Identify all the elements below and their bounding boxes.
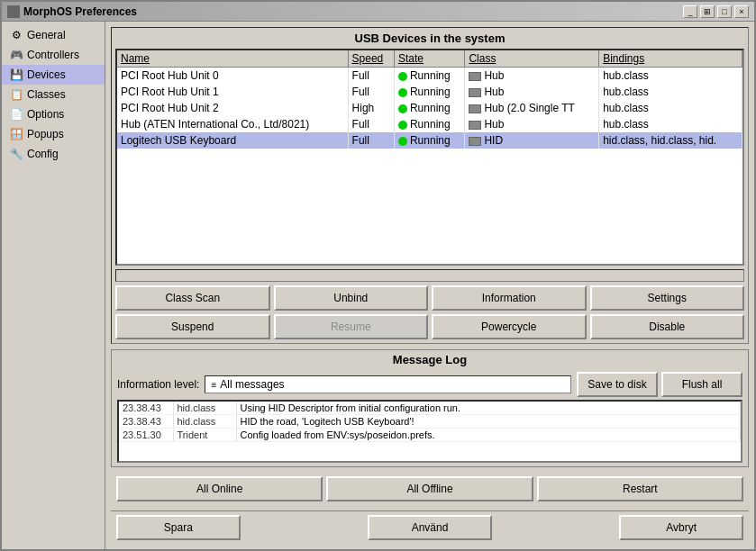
table-header-row: Name Speed State Class Bindings [117,50,742,68]
resume-button[interactable]: Resume [274,314,429,339]
table-row[interactable]: Logitech USB Keyboard Full Running HID h… [117,132,742,149]
main-content: ⚙ General 🎮 Controllers 💾 Devices 📋 Clas… [2,22,754,549]
cell-speed: High [348,100,394,116]
sidebar-item-classes[interactable]: 📋 Classes [2,85,105,104]
status-dot [398,72,407,81]
class-icon [469,121,481,130]
information-button[interactable]: Information [432,285,587,311]
action-bar: Spara Använd Avbryt [111,510,749,544]
close-button[interactable]: × [734,5,749,18]
sidebar-item-controllers[interactable]: 🎮 Controllers [2,45,105,65]
all-online-button[interactable]: All Online [116,476,323,501]
controllers-icon: 🎮 [9,48,23,62]
log-buttons: Save to disk Flush all [577,372,742,397]
cell-state: Running [394,100,464,116]
settings-button[interactable]: Settings [590,285,745,311]
log-source: hid.class [173,415,236,429]
col-class[interactable]: Class [465,50,599,68]
sidebar-item-general[interactable]: ⚙ General [2,25,105,45]
table-row[interactable]: Hub (ATEN International Co., Ltd/8021) F… [117,116,742,132]
disable-button[interactable]: Disable [590,314,745,339]
cell-state: Running [394,68,464,85]
cell-speed: Full [348,84,394,100]
powercycle-button[interactable]: Powercycle [432,314,587,339]
title-bar: MorphOS Preferences _ ⊞ □ × [2,2,754,22]
button-row-2: Suspend Resume Powercycle Disable [112,314,748,343]
sidebar-item-options[interactable]: 📄 Options [2,104,105,124]
table-row[interactable]: PCI Root Hub Unit 1 Full Running Hub hub… [117,84,742,100]
popups-icon: 🪟 [9,127,23,141]
log-source: Trident [173,429,236,442]
sidebar-item-popups[interactable]: 🪟 Popups [2,124,105,144]
save-button[interactable]: Spara [116,515,241,540]
log-table-container[interactable]: 23.38.43 hid.class Using HID Descriptor … [117,400,742,463]
sidebar-label-controllers: Controllers [27,49,79,61]
col-bindings[interactable]: Bindings [599,50,742,68]
usb-section: USB Devices in the system Name Speed Sta… [111,27,749,344]
unbind-button[interactable]: Unbind [274,285,429,311]
log-level-text: All messages [220,378,565,391]
cell-bindings: hub.class [599,116,742,132]
cell-class: Hub (2.0 Single TT [465,100,599,116]
col-speed[interactable]: Speed [348,50,394,68]
status-dot [398,121,407,130]
sidebar-item-devices[interactable]: 💾 Devices [2,65,105,85]
log-row: 23.38.43 hid.class HID the road, 'Logite… [119,415,741,429]
cell-state: Running [394,116,464,132]
class-icon [469,88,481,97]
bottom-buttons: All Online All Offline Restart [111,473,749,505]
log-table: 23.38.43 hid.class Using HID Descriptor … [119,402,741,442]
log-time: 23.38.43 [119,415,173,429]
status-dot [398,88,407,97]
cell-class: Hub [465,84,599,100]
classes-icon: 📋 [9,87,23,102]
config-icon: 🔧 [9,147,23,161]
suspend-button[interactable]: Suspend [115,314,270,339]
cell-name: PCI Root Hub Unit 0 [117,68,348,85]
sidebar-label-general: General [27,29,66,41]
status-dot [398,104,407,113]
log-row: 23.51.30 Trident Config loaded from ENV:… [119,429,741,442]
log-message: Config loaded from ENV:sys/poseidon.pref… [236,429,741,442]
col-name[interactable]: Name [117,50,348,68]
log-time: 23.51.30 [119,429,173,442]
button-row-1: Class Scan Unbind Information Settings [112,285,748,314]
app-icon [7,5,20,18]
message-log-section: Message Log Information level: ≡ All mes… [111,349,749,467]
restart-button[interactable]: Restart [537,476,743,501]
horizontal-scrollbar[interactable] [115,269,744,282]
minimize-button[interactable]: _ [683,5,697,18]
table-row[interactable]: PCI Root Hub Unit 2 High Running Hub (2.… [117,100,742,116]
save-to-disk-button[interactable]: Save to disk [577,372,658,397]
cell-bindings: hub.class [599,84,742,100]
cell-bindings: hub.class [599,100,742,116]
window-title: MorphOS Preferences [23,5,137,18]
cell-class: HID [465,132,599,149]
right-panel: USB Devices in the system Name Speed Sta… [105,22,754,549]
class-icon [469,104,481,113]
maximize-button[interactable]: □ [717,5,732,18]
tile-button[interactable]: ⊞ [700,5,715,18]
cancel-button[interactable]: Avbryt [619,515,743,540]
log-message: Using HID Descriptor from initial config… [236,402,741,415]
class-scan-button[interactable]: Class Scan [115,285,270,311]
sidebar-label-classes: Classes [27,88,66,101]
cell-name: PCI Root Hub Unit 2 [117,100,348,116]
log-level-dropdown[interactable]: ≡ All messages [205,375,571,393]
title-bar-left: MorphOS Preferences [7,5,137,18]
table-row[interactable]: PCI Root Hub Unit 0 Full Running Hub hub… [117,68,742,85]
log-level-label: Information level: [117,378,199,391]
device-table: Name Speed State Class Bindings PCI Root… [117,50,742,149]
flush-all-button[interactable]: Flush all [661,372,742,397]
cell-state: Running [394,84,464,100]
sidebar-label-config: Config [27,148,59,160]
device-table-container[interactable]: Name Speed State Class Bindings PCI Root… [115,49,744,266]
sidebar-item-config[interactable]: 🔧 Config [2,144,105,164]
cell-bindings: hid.class, hid.class, hid. [599,132,742,149]
all-offline-button[interactable]: All Offline [326,476,533,501]
col-state[interactable]: State [394,50,464,68]
sidebar: ⚙ General 🎮 Controllers 💾 Devices 📋 Clas… [2,22,105,549]
cell-bindings: hub.class [599,68,742,85]
sidebar-label-options: Options [27,108,64,121]
apply-button[interactable]: Använd [368,515,492,540]
